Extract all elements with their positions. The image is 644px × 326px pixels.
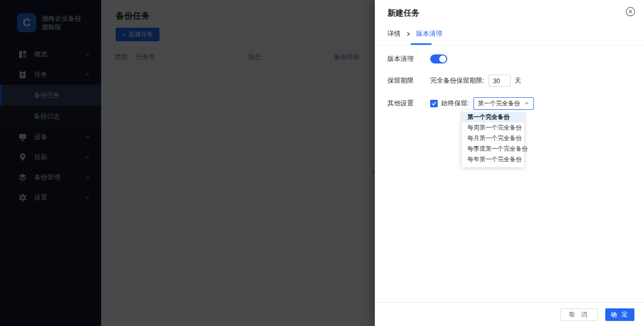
chevron-up-icon xyxy=(524,101,529,106)
toggle-knob xyxy=(439,55,446,62)
form-row-version-cleanup: 版本清理 xyxy=(387,53,631,64)
drawer-title: 新建任务 xyxy=(387,8,420,19)
dropdown-option[interactable]: 每年第一个完全备份 xyxy=(462,154,524,165)
select-value: 第一个完全备份 xyxy=(478,99,524,108)
step-version-cleanup[interactable]: 版本清理 xyxy=(416,29,442,38)
close-icon[interactable] xyxy=(625,6,636,17)
other-settings-label: 其他设置 xyxy=(387,99,430,108)
always-keep-select[interactable]: 第一个完全备份 xyxy=(473,97,534,110)
dropdown-option[interactable]: 每季度第一个完全备份 xyxy=(462,144,524,154)
always-keep-checkbox[interactable] xyxy=(430,100,438,107)
new-task-drawer: 新建任务 详情 版本清理 版本清理 保留期限 完全备份保留期限: 天 其他设置 … xyxy=(375,0,644,326)
check-icon xyxy=(431,101,437,106)
always-keep-dropdown: 第一个完全备份 每周第一个完全备份 每月第一个完全备份 每季度第一个完全备份 每… xyxy=(462,110,524,167)
dropdown-option[interactable]: 每周第一个完全备份 xyxy=(462,122,524,133)
retention-prefix-label: 完全备份保留期限: xyxy=(430,76,485,85)
form-row-retention: 保留期限 完全备份保留期限: 天 xyxy=(387,74,631,87)
version-cleanup-toggle[interactable] xyxy=(430,54,447,63)
step-details[interactable]: 详情 xyxy=(387,29,400,38)
form-row-other-settings: 其他设置 始终保留: 第一个完全备份 xyxy=(387,97,631,110)
ok-button[interactable]: 确 定 xyxy=(605,308,634,321)
drawer-footer: 取 消 确 定 xyxy=(375,302,644,326)
divider xyxy=(375,45,644,45)
chevron-right-icon xyxy=(406,31,411,37)
cancel-button[interactable]: 取 消 xyxy=(560,308,598,321)
modal-mask xyxy=(0,0,375,326)
dropdown-option[interactable]: 每月第一个完全备份 xyxy=(462,133,524,144)
retention-days-input[interactable] xyxy=(489,75,511,87)
retention-unit-label: 天 xyxy=(515,76,521,85)
dropdown-option[interactable]: 第一个完全备份 xyxy=(462,112,524,122)
version-cleanup-label: 版本清理 xyxy=(387,54,430,63)
drawer-steps: 详情 版本清理 xyxy=(387,29,442,38)
always-keep-label: 始终保留: xyxy=(441,99,469,108)
retention-label: 保留期限 xyxy=(387,76,430,85)
